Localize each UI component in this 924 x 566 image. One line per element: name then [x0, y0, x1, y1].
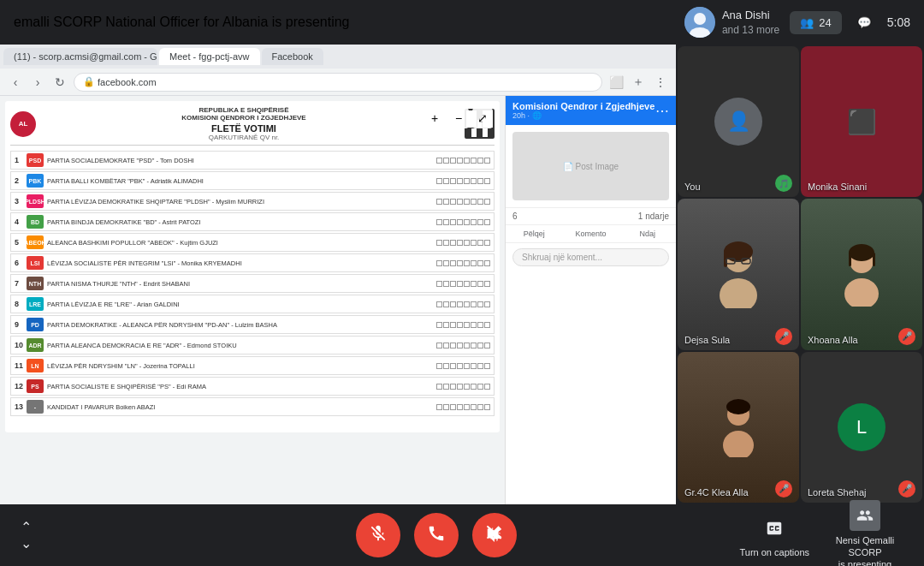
- ballot-checkbox[interactable]: [443, 343, 449, 349]
- ballot-checkbox[interactable]: [450, 404, 456, 410]
- tab-facebook[interactable]: Facebook: [262, 48, 323, 65]
- ballot-checkbox[interactable]: [443, 240, 449, 246]
- address-bar[interactable]: 🔒 facebook.com: [74, 73, 602, 92]
- chat-button[interactable]: 💬: [852, 11, 877, 34]
- ballot-checkbox[interactable]: [477, 322, 483, 328]
- ballot-checkbox[interactable]: [464, 158, 470, 164]
- ballot-checkbox[interactable]: [471, 199, 477, 205]
- ballot-checkbox[interactable]: [477, 404, 483, 410]
- ballot-checkbox[interactable]: [464, 363, 470, 369]
- ballot-checkbox[interactable]: [443, 158, 449, 164]
- ballot-checkbox[interactable]: [443, 219, 449, 225]
- ballot-checkbox[interactable]: [484, 219, 490, 225]
- ballot-checkbox[interactable]: [436, 240, 442, 246]
- ballot-checkbox[interactable]: [457, 404, 463, 410]
- ballot-checkbox[interactable]: [450, 178, 456, 184]
- ballot-checkbox[interactable]: [443, 363, 449, 369]
- forward-button[interactable]: ›: [29, 74, 46, 91]
- ballot-checkbox[interactable]: [457, 301, 463, 307]
- ballot-checkbox[interactable]: [484, 240, 490, 246]
- ballot-checkbox[interactable]: [464, 404, 470, 410]
- ballot-checkbox[interactable]: [471, 260, 477, 266]
- ballot-checkbox[interactable]: [471, 301, 477, 307]
- fb-more-button[interactable]: ⋯: [655, 103, 669, 119]
- ballot-checkbox[interactable]: [450, 199, 456, 205]
- ballot-checkbox[interactable]: [477, 363, 483, 369]
- ballot-checkbox[interactable]: [464, 322, 470, 328]
- ballot-checkbox[interactable]: [477, 219, 483, 225]
- ballot-checkbox[interactable]: [464, 260, 470, 266]
- mute-button[interactable]: [356, 513, 400, 557]
- ballot-checkbox[interactable]: [457, 158, 463, 164]
- ballot-checkbox[interactable]: [464, 178, 470, 184]
- ballot-checkbox[interactable]: [477, 281, 483, 287]
- ballot-checkbox[interactable]: [477, 199, 483, 205]
- ballot-checkbox[interactable]: [471, 384, 477, 390]
- ballot-checkbox[interactable]: [457, 199, 463, 205]
- ballot-checkbox[interactable]: [471, 322, 477, 328]
- reload-button[interactable]: ↻: [51, 74, 68, 91]
- ballot-checkbox[interactable]: [464, 343, 470, 349]
- ballot-checkbox[interactable]: [436, 363, 442, 369]
- back-button[interactable]: ‹: [7, 74, 24, 91]
- ballot-checkbox[interactable]: [484, 281, 490, 287]
- tab-gmail[interactable]: (11) - scorp.acmsi@gmail.com - Gmail: [3, 48, 157, 65]
- captions-action[interactable]: Turn on captions: [739, 513, 809, 557]
- tab-meet[interactable]: Meet - fgg-pctj-avw: [159, 48, 260, 65]
- ballot-checkbox[interactable]: [457, 260, 463, 266]
- fb-like-button[interactable]: Pëlqej: [506, 225, 562, 242]
- ballot-checkbox[interactable]: [436, 158, 442, 164]
- ballot-checkbox[interactable]: [450, 281, 456, 287]
- ballot-checkbox[interactable]: [471, 363, 477, 369]
- ballot-checkbox[interactable]: [436, 219, 442, 225]
- ballot-checkbox[interactable]: [436, 404, 442, 410]
- ballot-checkbox[interactable]: [477, 343, 483, 349]
- ballot-checkbox[interactable]: [436, 384, 442, 390]
- camera-button[interactable]: [472, 513, 517, 557]
- fullscreen-button[interactable]: ⤢: [472, 108, 493, 128]
- ballot-checkbox[interactable]: [443, 404, 449, 410]
- ballot-checkbox[interactable]: [471, 404, 477, 410]
- ballot-checkbox[interactable]: [443, 199, 449, 205]
- ballot-checkbox[interactable]: [443, 322, 449, 328]
- participants-button[interactable]: 👥 24: [790, 11, 841, 34]
- ballot-checkbox[interactable]: [457, 219, 463, 225]
- ballot-checkbox[interactable]: [450, 260, 456, 266]
- ballot-checkbox[interactable]: [457, 322, 463, 328]
- ballot-checkbox[interactable]: [436, 260, 442, 266]
- ballot-checkbox[interactable]: [443, 384, 449, 390]
- ballot-checkbox[interactable]: [450, 219, 456, 225]
- ballot-checkbox[interactable]: [450, 343, 456, 349]
- ballot-checkbox[interactable]: [484, 322, 490, 328]
- ballot-checkbox[interactable]: [484, 404, 490, 410]
- ballot-checkbox[interactable]: [464, 219, 470, 225]
- ballot-checkbox[interactable]: [450, 322, 456, 328]
- ballot-checkbox[interactable]: [457, 384, 463, 390]
- ballot-checkbox[interactable]: [464, 281, 470, 287]
- ballot-checkbox[interactable]: [464, 384, 470, 390]
- ballot-checkbox[interactable]: [443, 260, 449, 266]
- ballot-checkbox[interactable]: [436, 281, 442, 287]
- ballot-checkbox[interactable]: [450, 363, 456, 369]
- ballot-checkbox[interactable]: [477, 260, 483, 266]
- ballot-checkbox[interactable]: [464, 301, 470, 307]
- ballot-checkbox[interactable]: [436, 301, 442, 307]
- ballot-checkbox[interactable]: [484, 178, 490, 184]
- ballot-checkbox[interactable]: [443, 281, 449, 287]
- ballot-checkbox[interactable]: [477, 240, 483, 246]
- ballot-checkbox[interactable]: [477, 158, 483, 164]
- ballot-checkbox[interactable]: [471, 219, 477, 225]
- ballot-checkbox[interactable]: [471, 343, 477, 349]
- ballot-checkbox[interactable]: [457, 343, 463, 349]
- ballot-checkbox[interactable]: [471, 281, 477, 287]
- ballot-checkbox[interactable]: [484, 343, 490, 349]
- ballot-checkbox[interactable]: [436, 343, 442, 349]
- zoom-out-button[interactable]: −: [448, 108, 469, 128]
- ballot-checkbox[interactable]: [457, 363, 463, 369]
- ballot-checkbox[interactable]: [443, 178, 449, 184]
- ballot-checkbox[interactable]: [436, 322, 442, 328]
- ballot-checkbox[interactable]: [443, 301, 449, 307]
- ballot-checkbox[interactable]: [477, 301, 483, 307]
- fb-share-button[interactable]: Ndaj: [619, 225, 676, 242]
- ballot-checkbox[interactable]: [464, 199, 470, 205]
